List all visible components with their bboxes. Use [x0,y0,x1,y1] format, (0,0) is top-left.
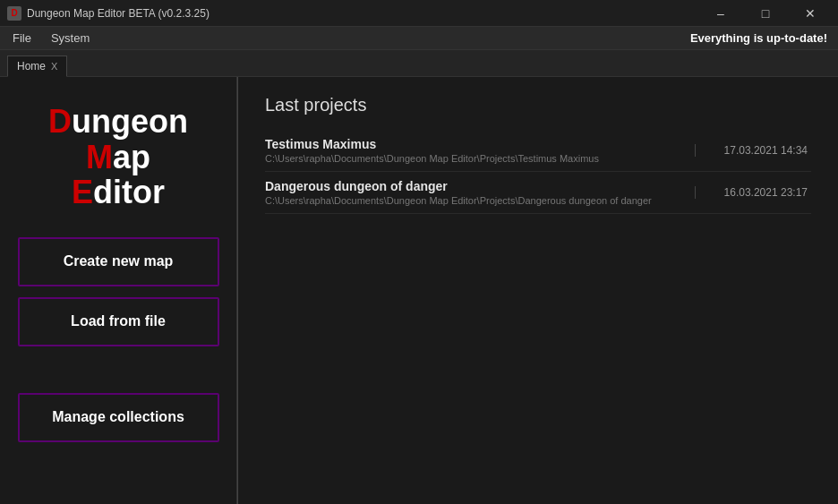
logo-m: M [86,139,113,175]
project-info: Dangerous dungeon of dangerC:\Users\raph… [265,179,686,206]
tab-bar: Home X [0,50,838,77]
logo-line1: Dungeon Map [13,104,223,175]
menu-bar: File System Everything is up-to-date! [0,27,838,50]
last-projects-title: Last projects [265,95,811,115]
project-item[interactable]: Dangerous dungeon of dangerC:\Users\raph… [265,172,811,214]
logo-area: Dungeon Map Editor [13,104,223,210]
project-item[interactable]: Testimus MaximusC:\Users\rapha\Documents… [265,130,811,172]
project-name: Testimus Maximus [265,137,686,151]
logo-d: D [48,103,72,140]
logo-ditor: ditor [93,174,165,210]
content: Dungeon Map Editor Create new map Load f… [0,77,838,504]
project-path: C:\Users\rapha\Documents\Dungeon Map Edi… [265,195,686,206]
status-text: Everything is up-to-date! [690,31,834,45]
home-tab-label: Home [17,60,46,73]
main-area: Last projects Testimus MaximusC:\Users\r… [238,77,838,504]
logo-line2: Editor [13,175,223,210]
project-date: 16.03.2021 23:17 [695,186,811,199]
create-new-map-button[interactable]: Create new map [18,237,219,286]
logo-ungeon: ungeon [72,103,188,140]
minimize-button[interactable]: – [700,0,741,27]
title-text: Dungeon Map Editor BETA (v0.2.3.25) [27,7,210,20]
system-menu[interactable]: System [42,30,98,47]
project-path: C:\Users\rapha\Documents\Dungeon Map Edi… [265,153,686,164]
title-bar-left: D Dungeon Map Editor BETA (v0.2.3.25) [7,6,210,21]
logo-ap: ap [113,139,150,175]
logo-e: E [72,174,93,210]
projects-list: Testimus MaximusC:\Users\rapha\Documents… [265,130,811,214]
project-info: Testimus MaximusC:\Users\rapha\Documents… [265,137,686,164]
menu-items: File System [4,30,98,47]
title-bar: D Dungeon Map Editor BETA (v0.2.3.25) – … [0,0,838,27]
close-button[interactable]: ✕ [790,0,831,27]
manage-collections-button[interactable]: Manage collections [18,393,219,442]
load-from-file-button[interactable]: Load from file [18,297,219,346]
maximize-button[interactable]: □ [745,0,786,27]
sidebar: Dungeon Map Editor Create new map Load f… [0,77,237,504]
home-tab-close[interactable]: X [51,62,57,72]
app-icon: D [7,6,21,21]
project-date: 17.03.2021 14:34 [695,144,811,157]
project-name: Dangerous dungeon of danger [265,179,686,193]
window-controls: – □ ✕ [700,0,831,27]
home-tab[interactable]: Home X [7,56,67,77]
file-menu[interactable]: File [4,30,40,47]
